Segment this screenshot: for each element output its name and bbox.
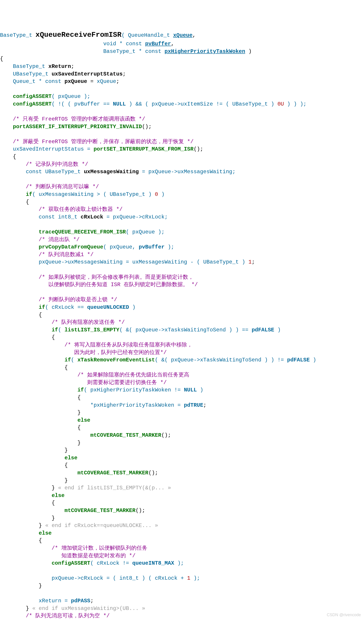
brace: { (0, 395, 81, 401)
comment: /* 如果队列被锁定，则不会修改事件列表。而是更新锁定计数， (0, 274, 194, 280)
comment: /* 只有受 FreeRTOS 管理的中断才能调用该函数 */ (0, 116, 145, 122)
brace: } (0, 440, 81, 446)
args: ( pxQueue ); (51, 93, 90, 99)
punct: ; (71, 63, 74, 69)
param-name: pxHigherPriorityTaskWoken (165, 48, 245, 54)
macro-call: mtCOVERAGE_TEST_MARKER (0, 508, 136, 513)
cond: ( (71, 357, 77, 363)
cond: ) (129, 304, 136, 310)
comment: /* 判断队列的读取是否上锁 */ (0, 297, 117, 303)
cond: ( (58, 327, 64, 333)
keyword-else: else (0, 530, 51, 536)
macro-call: mtCOVERAGE_TEST_MARKER (0, 470, 149, 476)
cond: ( cRxLock == (45, 304, 87, 310)
comment: /* 队列消息数减1 */ (0, 252, 94, 258)
assign: uxSavedInterruptStatus = (0, 146, 94, 152)
args: ( pxQueue, (103, 244, 139, 250)
code-block: BaseType_t xQueueReceiveFromISR( QueueHa… (0, 30, 364, 620)
brace: } (0, 523, 45, 528)
macro-call: traceQUEUE_RECEIVE_FROM_ISR (0, 229, 126, 235)
keyword-else: else (0, 417, 90, 423)
type-token: BaseType_t (0, 32, 35, 38)
macro-call: mtCOVERAGE_TEST_MARKER (0, 432, 161, 438)
comment: /* 将写入阻塞任务从队列读取任务阻塞列表中移除， (0, 342, 192, 348)
param-name: pvBuffer (145, 41, 171, 47)
brace: { (0, 538, 42, 543)
fold-marker: « end if uxMessagesWaiting>(UB... » (32, 605, 145, 611)
param-type: ( QueueHandle_t (122, 32, 173, 38)
type-token: Queue_t * const (0, 78, 64, 84)
var-decl: cRxLock (81, 214, 103, 220)
func-call: prvCopyDataFromQueue (0, 244, 103, 250)
brace: { (0, 199, 29, 205)
var-decl: pxQueue (64, 78, 87, 84)
const: pdPASS (71, 598, 90, 604)
args: ); (165, 244, 174, 250)
identifier: xQueue (97, 78, 116, 84)
type-token: const int8_t (0, 214, 81, 220)
punct: , (192, 32, 196, 38)
var-decl: uxSavedInterruptStatus (51, 71, 122, 77)
keyword-else: else (0, 493, 64, 498)
param-name: xQueue (173, 32, 192, 38)
keyword-else: else (0, 455, 77, 461)
brace: } (0, 447, 68, 453)
punct: ; (203, 402, 206, 408)
param-type: BaseType_t * const (0, 48, 165, 54)
brace: } (0, 478, 68, 483)
cond: ( uxMessagesWaiting > ( UBaseType_t ) (32, 191, 155, 197)
null-const: NULL (184, 387, 197, 393)
args: ( cRxLock != (90, 560, 132, 566)
args: (); (149, 470, 158, 476)
expr: = pxQueue->uxMessagesWaiting; (139, 169, 235, 175)
args: (); (194, 146, 203, 152)
brace: { (0, 500, 55, 506)
cond: ( pxHigherPriorityTaskWoken != (84, 387, 184, 393)
brace: { (0, 462, 68, 468)
type-token: const UBaseType_t (0, 169, 84, 175)
cond: ) (158, 191, 165, 197)
brace: { (0, 312, 42, 318)
number: 1 (248, 259, 252, 265)
args: ) ) ); (284, 101, 306, 107)
keyword-if: if (0, 327, 58, 333)
brace: } (0, 605, 32, 611)
const: pdFALSE (252, 327, 274, 333)
punct: ; (90, 598, 93, 604)
null-const: NULL (113, 101, 126, 107)
comment: 知道数据是在锁定时发布的 */ (0, 553, 136, 559)
cond: ) (310, 357, 316, 363)
type-token: BaseType_t (0, 63, 48, 69)
const: pdFALSE (287, 357, 310, 363)
cond: ) (274, 327, 281, 333)
keyword-if: if (0, 304, 45, 310)
comment: 则需要标记需要进行切换任务 */ (0, 380, 167, 386)
macro-call: configASSERT (0, 93, 51, 99)
comment: /* 判断队列有消息可以嘛 */ (0, 184, 99, 190)
number: 0U (277, 101, 284, 107)
brace: } (0, 515, 55, 521)
comment: 因为此时，队列中已经有空闲的位置*/ (0, 350, 167, 356)
type-token: UBaseType_t (0, 71, 51, 77)
brace: } (0, 410, 81, 416)
macro-call: configASSERT (0, 560, 90, 566)
comment: 以便解锁队列的任务知道 ISR 在队列锁定时已删除数据。 */ (0, 282, 198, 288)
keyword-if: if (0, 357, 71, 363)
assign: pxQueue->uxMessagesWaiting = uxMessagesW… (0, 259, 248, 265)
keyword-if: if (0, 387, 84, 393)
fold-marker: « end if cRxLock==queueUNLOCKE... » (45, 523, 158, 528)
keyword-if: if (0, 191, 32, 197)
brace: { (0, 425, 81, 431)
cond: ) (197, 387, 203, 393)
assign: xReturn = (0, 598, 71, 604)
comment: /* 队列有阻塞的发送任务 */ (0, 319, 125, 325)
param-type: void * const (0, 41, 145, 47)
cond: ( &( pxQueue->xTasksWaitingToSend ) ) == (119, 327, 252, 333)
cond: ( &( pxQueue->xTasksWaitingToSend ) ) != (155, 357, 287, 363)
macro-call: configASSERT (0, 101, 51, 107)
args: ) && ( pxQueue->uxItemSize != ( UBaseTyp… (126, 101, 277, 107)
args: ( pxQueue ); (126, 229, 165, 235)
brace: { (0, 56, 3, 62)
comment: /* 队列无消息可读，队列为空 */ (0, 613, 110, 619)
macro-call: listLIST_IS_EMPTY (64, 327, 119, 333)
